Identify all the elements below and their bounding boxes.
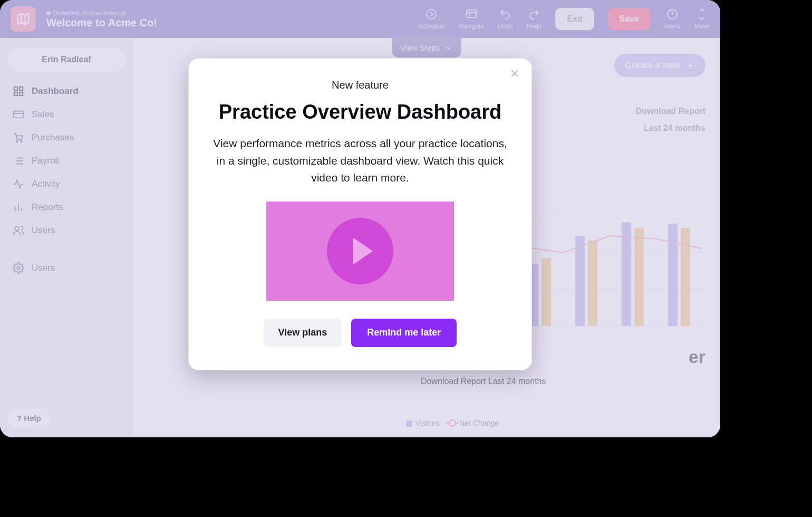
modal-overlay: New feature Practice Overview Dashboard … [0, 0, 720, 437]
modal-title: Practice Overview Dashboard [211, 101, 509, 123]
play-icon [327, 218, 393, 284]
close-button[interactable] [509, 68, 520, 81]
view-plans-button[interactable]: View plans [264, 319, 342, 347]
video-thumbnail[interactable] [266, 202, 454, 301]
feature-modal: New feature Practice Overview Dashboard … [188, 58, 532, 370]
remind-later-button[interactable]: Remind me later [351, 319, 457, 347]
modal-body: View performance metrics across all your… [211, 135, 509, 187]
close-icon [509, 68, 520, 79]
modal-eyebrow: New feature [211, 79, 509, 91]
